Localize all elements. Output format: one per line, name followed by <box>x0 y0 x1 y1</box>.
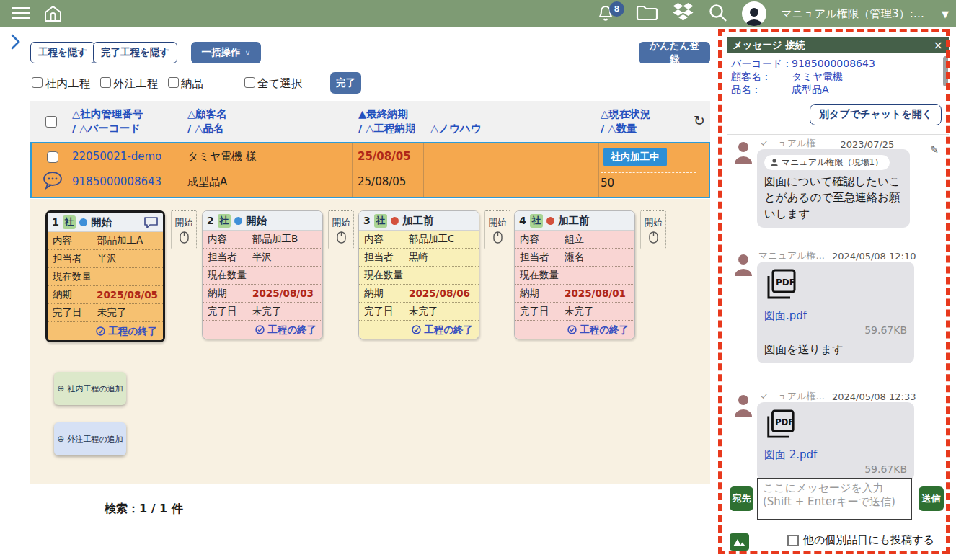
file-link[interactable]: 図面 2.pdf <box>764 448 907 462</box>
status-badge: 社内加工中 <box>603 148 667 166</box>
filter-internal-checkbox[interactable] <box>32 77 43 88</box>
column-header-knowhow[interactable]: △ノウハウ <box>430 121 482 135</box>
dropbox-icon[interactable] <box>673 3 694 25</box>
card-assignee: 半沢 <box>97 252 117 265</box>
card-due: 2025/08/05 <box>97 289 158 301</box>
table-select-all-checkbox[interactable] <box>45 116 57 128</box>
finish-process-link[interactable]: 工程の終了 <box>48 322 163 340</box>
hide-completed-button[interactable]: 完了工程を隠す <box>93 42 177 63</box>
plus-circle-icon: ⊕ <box>57 434 64 444</box>
status-dot-icon <box>546 217 554 225</box>
hide-process-button[interactable]: 工程を隠す <box>30 42 95 63</box>
message-bubble: PDF 図面 2.pdf 59.67KB <box>757 402 914 481</box>
card-content: 組立 <box>565 233 584 246</box>
start-drop-target[interactable]: 開始 <box>328 210 354 249</box>
easy-register-button[interactable]: かんたん登録 <box>639 42 710 63</box>
user-menu-label[interactable]: マニュアル権限（管理3）:... <box>781 7 924 21</box>
select-all-checkbox[interactable] <box>244 77 255 88</box>
process-card[interactable]: 1 社 開始 内容部品加工A 担当者半沢 現在数量 納期2025/08/05 完… <box>45 210 165 342</box>
folder-icon[interactable] <box>636 4 658 24</box>
chevron-down-icon[interactable]: ▼ <box>942 9 949 19</box>
process-card[interactable]: 2 社 開始 内容部品加工B 担当者半沢 現在数量 納期2025/08/03 完… <box>202 210 323 339</box>
start-drop-label: 開始 <box>645 217 663 229</box>
send-button[interactable]: 送信 <box>919 486 944 511</box>
card-label-assignee: 担当者 <box>53 252 97 265</box>
close-icon[interactable]: × <box>934 40 943 51</box>
mention-chip[interactable]: マニュアル権限（現場1） <box>764 155 890 170</box>
process-card-header: 3 社 加工前 <box>359 211 479 231</box>
card-type-chip: 社 <box>63 215 76 229</box>
avatar[interactable] <box>742 1 766 26</box>
complete-button-label: 完了 <box>336 76 355 89</box>
card-label-quantity: 現在数量 <box>520 269 559 282</box>
card-type-chip: 社 <box>218 214 231 228</box>
add-external-label: 外注工程の追加 <box>67 434 123 445</box>
card-status: 開始 <box>246 214 267 228</box>
start-drop-target[interactable]: 開始 <box>171 210 197 249</box>
process-card-header: 1 社 開始 <box>48 213 163 232</box>
finish-process-link[interactable]: 工程の終了 <box>359 321 479 339</box>
column-header-management-no[interactable]: △社内管理番号/ △バーコード <box>72 107 143 135</box>
refresh-icon[interactable]: ↻ <box>694 112 705 128</box>
customer-value: タミヤ電機 <box>792 71 843 84</box>
row-management-no[interactable]: 22050021-demo <box>72 150 161 163</box>
add-internal-process-button[interactable]: ⊕ 社内工程の追加 <box>54 372 126 405</box>
card-body: 内容組立 担当者瀬名 現在数量 納期2025/08/01 完了日未完了 工程の終… <box>515 231 634 339</box>
card-due: 2025/08/06 <box>409 288 470 299</box>
mouse-icon <box>337 231 346 244</box>
recipient-button[interactable]: 宛先 <box>730 486 753 511</box>
start-drop-target[interactable]: 開始 <box>640 210 666 249</box>
start-drop-target[interactable]: 開始 <box>484 210 510 249</box>
message-text: 図面について確認したいことがあるので至急連絡お願いします <box>764 174 903 222</box>
search-icon[interactable] <box>708 3 727 25</box>
message-meta: マニュアル権... 2024/05/08 12:10 <box>758 249 939 262</box>
complete-button[interactable]: 完了 <box>330 72 361 94</box>
card-assignee: 瀬名 <box>565 251 584 264</box>
card-chat-bubble-icon[interactable] <box>143 216 159 228</box>
file-link[interactable]: 図面.pdf <box>764 309 907 323</box>
header-right-cluster: 8 <box>597 0 949 27</box>
column-header-customer[interactable]: △顧客名/ △品名 <box>187 107 227 135</box>
row-barcode[interactable]: 9185000008643 <box>72 175 161 188</box>
home-icon[interactable] <box>43 4 63 26</box>
row-product: 成型品A <box>187 175 227 189</box>
pdf-file-icon[interactable]: PDF <box>764 408 796 440</box>
card-completed: 未完了 <box>252 305 282 318</box>
card-label-due: 納期 <box>53 288 97 301</box>
process-card[interactable]: 4 社 加工前 内容組立 担当者瀬名 現在数量 納期2025/08/01 完了日… <box>514 210 635 339</box>
card-label-quantity: 現在数量 <box>208 269 247 282</box>
process-card[interactable]: 3 社 加工前 内容部品加工C 担当者黒崎 現在数量 納期2025/08/06 … <box>358 210 479 339</box>
table-row[interactable]: 22050021-demo 9185000008643 タミヤ電機 様 成型品A… <box>30 142 710 198</box>
add-external-process-button[interactable]: ⊕ 外注工程の追加 <box>54 422 126 455</box>
post-other-items-checkbox[interactable] <box>787 535 799 546</box>
select-all-label: 全て選択 <box>257 74 302 93</box>
start-drop-label: 開始 <box>489 217 507 229</box>
card-label-content: 内容 <box>53 234 97 247</box>
column-header-status[interactable]: △現在状況/ △数量 <box>601 107 650 135</box>
edit-pencil-icon[interactable]: ✎ <box>930 144 939 156</box>
column-header-due[interactable]: ▲最終納期/ △工程納期 <box>358 107 416 135</box>
row-process-due: 25/08/05 <box>358 175 406 188</box>
barcode-value: 9185000008643 <box>792 58 875 69</box>
pdf-file-icon[interactable]: PDF <box>764 267 797 301</box>
scrollbar-thumb[interactable] <box>943 56 948 86</box>
open-chat-tab-button[interactable]: 別タブでチャットを開く <box>810 104 942 125</box>
message-text: 図面を送ります <box>764 342 907 357</box>
image-icon <box>733 537 746 547</box>
bulk-action-button[interactable]: 一括操作 ∨ <box>191 42 261 63</box>
row-checkbox[interactable] <box>47 151 58 163</box>
card-completed: 未完了 <box>97 306 127 319</box>
card-number: 4 <box>519 215 526 226</box>
filter-delivery-checkbox[interactable] <box>168 77 179 88</box>
finish-process-link[interactable]: 工程の終了 <box>203 321 322 339</box>
panel-collapse-chevron[interactable] <box>10 33 21 53</box>
status-dot-icon <box>79 218 87 226</box>
message-input[interactable] <box>757 478 912 520</box>
finish-process-link[interactable]: 工程の終了 <box>515 321 634 339</box>
attach-image-button[interactable] <box>730 533 749 551</box>
check-circle-icon <box>96 326 105 336</box>
filter-external-checkbox[interactable] <box>100 77 111 88</box>
hamburger-menu-icon[interactable] <box>12 7 30 20</box>
notifications-button[interactable]: 8 <box>597 3 621 25</box>
chat-bubble-icon[interactable] <box>42 171 63 193</box>
